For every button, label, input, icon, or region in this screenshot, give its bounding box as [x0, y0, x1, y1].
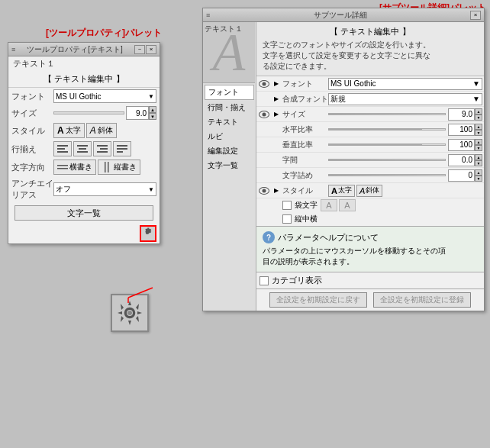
param-charspace-track[interactable]: [328, 159, 446, 161]
charkern-visibility[interactable]: [258, 169, 270, 182]
param-vratio-input[interactable]: [448, 139, 475, 151]
param-hratio-increment[interactable]: ▲: [475, 124, 482, 130]
param-charspace-decrement[interactable]: ▼: [475, 160, 482, 166]
settings-icon-button[interactable]: [140, 225, 156, 242]
tool-props-annotation: [ツールプロパティ]パレット: [46, 27, 162, 40]
close-button[interactable]: ×: [146, 45, 156, 54]
outline-style-btn-2[interactable]: A: [339, 199, 356, 211]
category-label: カテゴリ表示: [272, 275, 322, 286]
param-charkern-input[interactable]: [448, 169, 475, 182]
font-dropdown[interactable]: MS UI Gothic ▼: [53, 89, 156, 103]
param-vratio-decrement[interactable]: ▼: [475, 145, 482, 151]
tool-props-palette: ≡ ツールプロパティ[テキスト] － × テキスト１ 【 テキスト編集中 】 フ…: [8, 42, 160, 244]
big-settings-icon[interactable]: [111, 294, 149, 332]
subtool-desc-text: 文字ごとのフォントやサイズの設定を行います。 文字を選択して設定を変更すると文字…: [263, 40, 478, 72]
param-font-dropdown[interactable]: MS UI Gothic ▼: [328, 78, 482, 90]
param-charkern-decrement[interactable]: ▼: [475, 176, 482, 182]
param-font-row: ▶ フォント MS UI Gothic ▼: [256, 76, 484, 92]
hratio-visibility[interactable]: [258, 124, 270, 136]
hratio-arrow[interactable]: [272, 124, 281, 136]
param-vratio-track[interactable]: [328, 143, 446, 146]
direction-label: 文字方向: [11, 162, 53, 173]
subtool-section-header: 【 テキスト編集中 】: [263, 26, 478, 37]
tab-charlist[interactable]: 文字一覧: [205, 159, 254, 172]
outline-expand[interactable]: [272, 199, 281, 211]
param-hratio-control: ▲ ▼: [328, 124, 482, 136]
charlist-control: 文字一覧: [11, 204, 156, 222]
size-track[interactable]: [53, 111, 124, 114]
align-right-button[interactable]: [93, 141, 111, 156]
vcenter-expand[interactable]: [272, 213, 281, 225]
vratio-arrow[interactable]: [272, 139, 281, 151]
vcenter-visibility[interactable]: [258, 213, 270, 225]
tab-linespace[interactable]: 行間・揃え: [205, 101, 254, 114]
help-header: ? パラメータヘルプについて: [263, 231, 478, 243]
tab-ruby[interactable]: ルビ: [205, 130, 254, 143]
font-dropdown-arrow: ▼: [148, 93, 154, 100]
size-visibility-toggle[interactable]: [258, 108, 270, 121]
param-size-track[interactable]: [328, 113, 446, 115]
param-charkern-track[interactable]: [328, 174, 446, 176]
font-expand-arrow[interactable]: ▶: [272, 78, 281, 90]
param-vratio-spin: ▲ ▼: [475, 139, 482, 151]
horizontal-text-button[interactable]: 横書き: [53, 160, 96, 175]
param-charspace-increment[interactable]: ▲: [475, 154, 482, 160]
bold-button[interactable]: A 太字: [53, 123, 85, 138]
param-charspace-row: 字間 ▲ ▼: [256, 153, 484, 168]
minimize-button[interactable]: －: [134, 45, 145, 54]
param-charkern-increment[interactable]: ▲: [475, 169, 482, 176]
param-bold-button[interactable]: A 太字: [328, 185, 355, 197]
tab-edit-settings[interactable]: 編集設定: [205, 144, 254, 158]
align-center-button[interactable]: [73, 141, 92, 156]
vratio-visibility[interactable]: [258, 139, 270, 151]
size-control: ▲ ▼: [53, 106, 156, 120]
param-outline-control: A A: [321, 199, 482, 211]
subtool-close-button[interactable]: ×: [470, 11, 481, 20]
style-expand[interactable]: ▶: [272, 185, 281, 197]
charkern-expand[interactable]: [272, 169, 281, 182]
tab-font[interactable]: フォント: [205, 85, 254, 100]
vcenter-checkbox[interactable]: [282, 214, 292, 224]
size-row: サイズ ▲ ▼: [8, 105, 160, 121]
style-visibility[interactable]: [258, 185, 270, 197]
param-charspace-control: ▲ ▼: [328, 154, 482, 166]
param-composite-dropdown[interactable]: 新規 ▼: [328, 93, 482, 105]
size-increment-button[interactable]: ▲: [149, 106, 156, 113]
param-size-input[interactable]: [448, 108, 475, 121]
vertical-text-button[interactable]: 縦書き: [98, 160, 140, 175]
param-italic-button[interactable]: A 斜体: [356, 185, 382, 197]
category-checkbox[interactable]: [260, 276, 269, 285]
param-composite-control: 新規 ▼: [328, 93, 482, 105]
font-visibility-toggle[interactable]: [258, 78, 270, 90]
charspace-visibility[interactable]: [258, 154, 270, 166]
param-size-decrement[interactable]: ▼: [475, 114, 482, 121]
outline-checkbox[interactable]: [282, 201, 292, 210]
svg-rect-14: [105, 162, 106, 172]
register-button[interactable]: 全設定を初期設定に登録: [373, 292, 471, 308]
composite-font-arrow[interactable]: ▶: [272, 93, 281, 105]
outline-style-btn-1[interactable]: A: [321, 199, 337, 211]
align-justify-button[interactable]: [113, 141, 131, 156]
param-composite-label: 合成フォント: [282, 94, 328, 105]
italic-button[interactable]: A 斜体: [86, 123, 117, 138]
param-size-spin-buttons: ▲ ▼: [475, 108, 482, 121]
antialias-dropdown[interactable]: オフ ▼: [53, 182, 156, 196]
param-size-increment[interactable]: ▲: [475, 108, 482, 114]
param-vratio-increment[interactable]: ▲: [475, 139, 482, 145]
outline-visibility[interactable]: [258, 199, 270, 211]
tab-text[interactable]: テキスト: [205, 115, 254, 129]
param-hratio-track[interactable]: [328, 128, 446, 131]
size-decrement-button[interactable]: ▼: [149, 113, 156, 120]
align-left-button[interactable]: [53, 141, 72, 156]
char-list-button[interactable]: 文字一覧: [15, 205, 153, 221]
param-vratio-row: 垂直比率 ▲ ▼: [256, 137, 484, 153]
param-charspace-input[interactable]: [448, 154, 475, 166]
composite-font-visibility[interactable]: [258, 93, 270, 105]
size-expand-arrow[interactable]: ▶: [272, 108, 281, 121]
reset-all-button[interactable]: 全設定を初期設定に戻す: [269, 292, 367, 308]
param-hratio-decrement[interactable]: ▼: [475, 130, 482, 136]
size-input[interactable]: [126, 106, 149, 120]
antialias-control: オフ ▼: [53, 182, 156, 196]
charspace-expand[interactable]: [272, 154, 281, 166]
param-hratio-input[interactable]: [448, 124, 475, 136]
